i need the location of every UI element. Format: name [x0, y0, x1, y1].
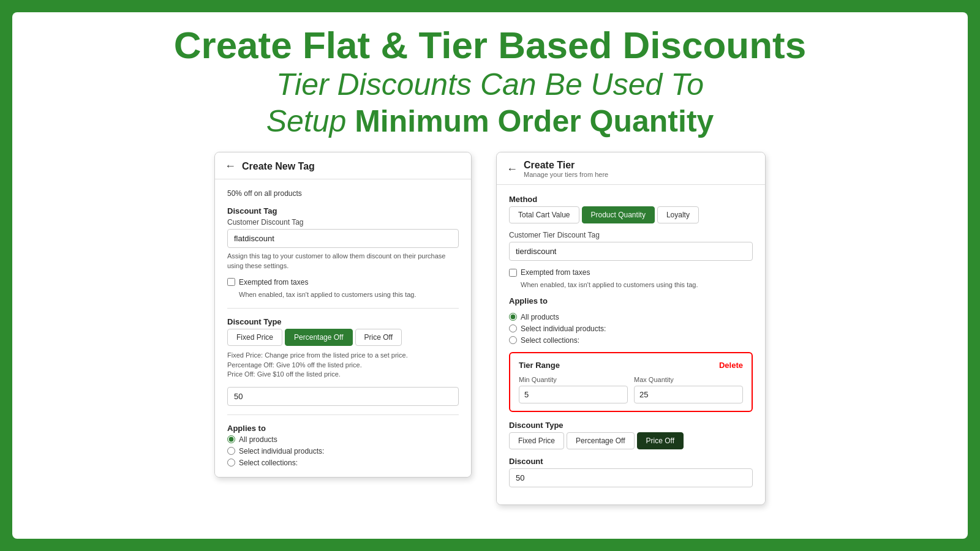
- applies-to-radio-group-left: All products Select individual products:…: [227, 435, 459, 467]
- exempted-checkbox-row-right: Exempted from taxes: [509, 268, 753, 277]
- radio-collections-input-left[interactable]: [227, 459, 235, 467]
- panel-left-title: Create New Tag: [242, 161, 315, 172]
- back-arrow-left[interactable]: ←: [225, 160, 236, 173]
- method-label: Method: [509, 195, 753, 204]
- radio-collections-label-left: Select collections:: [239, 459, 298, 467]
- panel-right-header-text: Create Tier Manage your tiers from here: [524, 160, 608, 178]
- radio-all-products-right: All products: [509, 313, 753, 321]
- panel-right-body: Method Total Cart Value Product Quantity…: [497, 185, 765, 504]
- desc-percentage-off: Percentage Off: Give 10% off the listed …: [227, 361, 459, 370]
- radio-individual-label-right: Select individual products:: [521, 324, 606, 333]
- max-qty-label: Max Quantity: [634, 376, 743, 383]
- divider-left-1: [227, 308, 459, 309]
- customer-tier-tag-input[interactable]: [509, 242, 753, 261]
- tab-loyalty[interactable]: Loyalty: [657, 206, 699, 223]
- panel-right-header: ← Create Tier Manage your tiers from her…: [497, 152, 765, 185]
- price-off-btn-right[interactable]: Price Off: [637, 432, 684, 449]
- tier-range-title: Tier Range: [519, 361, 560, 370]
- radio-collections-input-right[interactable]: [509, 336, 517, 344]
- panel-left: ← Create New Tag 50% off on all products…: [214, 152, 472, 477]
- radio-collections-right: Select collections:: [509, 336, 753, 345]
- radio-individual-input-left[interactable]: [227, 447, 235, 455]
- radio-all-products-input-left[interactable]: [227, 435, 235, 443]
- desc-fixed-price: Fixed Price: Change price from the liste…: [227, 351, 459, 360]
- price-off-btn-left[interactable]: Price Off: [355, 329, 402, 346]
- customer-tier-tag-section: Customer Tier Discount Tag: [509, 231, 753, 261]
- customer-discount-tag-label: Customer Discount Tag: [227, 218, 459, 227]
- back-arrow-right[interactable]: ←: [507, 163, 518, 176]
- tab-product-quantity[interactable]: Product Quantity: [582, 206, 655, 223]
- exempted-helper-left: When enabled, tax isn't applied to custo…: [239, 290, 459, 299]
- header-subtitle-line3: Setup Minimum Order Quantity: [174, 103, 807, 140]
- exempted-checkbox-row-left: Exempted from taxes: [227, 278, 459, 287]
- divider-left-2: [227, 414, 459, 415]
- panel-left-body: 50% off on all products Discount Tag Cus…: [215, 179, 471, 476]
- radio-all-products-label-left: All products: [239, 435, 277, 444]
- discount-type-label-left: Discount Type: [227, 317, 459, 326]
- radio-individual-input-right[interactable]: [509, 324, 517, 332]
- discount-tag-label: Discount Tag: [227, 206, 459, 216]
- min-qty-col: Min Quantity: [519, 376, 628, 403]
- exempted-checkbox-left[interactable]: [227, 278, 235, 286]
- fixed-price-btn-right[interactable]: Fixed Price: [509, 432, 564, 449]
- panel-right-title: Create Tier: [524, 160, 608, 171]
- fixed-price-btn-left[interactable]: Fixed Price: [227, 329, 282, 346]
- applies-to-radio-group-right: All products Select individual products:…: [509, 313, 753, 345]
- radio-all-products-input-right[interactable]: [509, 313, 517, 321]
- exempted-checkbox-right[interactable]: [509, 269, 517, 277]
- discount-type-section-right: Discount Type Fixed Price Percentage Off…: [509, 421, 753, 449]
- qty-row: Min Quantity Max Quantity: [519, 376, 743, 403]
- discount-tag-section: Discount Tag Customer Discount Tag Assig…: [227, 206, 459, 271]
- max-qty-input[interactable]: [634, 386, 743, 403]
- header-line3-bold: Minimum Order Quantity: [355, 104, 714, 138]
- radio-individual-label-left: Select individual products:: [239, 447, 324, 455]
- header-section: Create Flat & Tier Based Discounts Tier …: [174, 24, 807, 140]
- radio-all-products-label-right: All products: [521, 313, 559, 321]
- discount-type-section-left: Discount Type Fixed Price Percentage Off…: [227, 317, 459, 379]
- discount-type-label-right: Discount Type: [509, 421, 753, 430]
- header-line3-italic: Setup: [266, 104, 355, 138]
- discount-label-right: Discount: [509, 457, 753, 466]
- discount-type-descriptions: Fixed Price: Change price from the liste…: [227, 351, 459, 379]
- exempted-label-left: Exempted from taxes: [239, 278, 308, 287]
- customer-discount-tag-input[interactable]: [227, 229, 459, 248]
- panel-right-subtitle: Manage your tiers from here: [524, 171, 608, 178]
- applies-to-label-left: Applies to: [227, 424, 459, 433]
- panel-right: ← Create Tier Manage your tiers from her…: [496, 152, 766, 504]
- exempted-label-right: Exempted from taxes: [521, 268, 590, 277]
- desc-price-off: Price Off: Give $10 off the listed price…: [227, 370, 459, 379]
- discount-value-input-right[interactable]: [509, 468, 753, 487]
- panels-row: ← Create New Tag 50% off on all products…: [31, 152, 949, 504]
- discount-value-input-left[interactable]: [227, 387, 459, 406]
- radio-individual-right: Select individual products:: [509, 324, 753, 333]
- header-line2-text: Tier Discounts Can Be Used To: [276, 67, 704, 102]
- discount-value-section-right: Discount: [509, 457, 753, 487]
- percentage-off-btn-left[interactable]: Percentage Off: [285, 329, 353, 346]
- header-title: Create Flat & Tier Based Discounts: [174, 24, 807, 66]
- panel-left-desc: 50% off on all products: [227, 189, 459, 198]
- radio-all-products-left: All products: [227, 435, 459, 444]
- tier-range-header: Tier Range Delete: [519, 361, 743, 370]
- delete-button[interactable]: Delete: [719, 361, 743, 370]
- method-section: Method Total Cart Value Product Quantity…: [509, 195, 753, 223]
- discount-tag-helper: Assign this tag to your customer to allo…: [227, 252, 459, 271]
- tab-total-cart-value[interactable]: Total Cart Value: [509, 206, 579, 223]
- radio-collections-left: Select collections:: [227, 459, 459, 467]
- min-qty-label: Min Quantity: [519, 376, 628, 383]
- radio-collections-label-right: Select collections:: [521, 336, 579, 345]
- customer-tier-tag-label: Customer Tier Discount Tag: [509, 231, 753, 239]
- discount-type-buttons-right: Fixed Price Percentage Off Price Off: [509, 432, 753, 449]
- min-qty-input[interactable]: [519, 386, 628, 403]
- applies-to-label-right: Applies to: [509, 296, 753, 305]
- discount-type-buttons-left: Fixed Price Percentage Off Price Off: [227, 329, 459, 346]
- exempted-helper-right: When enabled, tax isn't applied to custo…: [521, 280, 753, 290]
- percentage-off-btn-right[interactable]: Percentage Off: [567, 432, 635, 449]
- method-tabs: Total Cart Value Product Quantity Loyalt…: [509, 206, 753, 223]
- max-qty-col: Max Quantity: [634, 376, 743, 403]
- main-container: Create Flat & Tier Based Discounts Tier …: [12, 12, 968, 539]
- radio-individual-left: Select individual products:: [227, 447, 459, 455]
- tier-range-box: Tier Range Delete Min Quantity Max Quant…: [509, 352, 753, 412]
- header-subtitle-line2: Tier Discounts Can Be Used To: [174, 66, 807, 103]
- discount-value-section-left: [227, 387, 459, 406]
- panel-left-header: ← Create New Tag: [215, 152, 471, 179]
